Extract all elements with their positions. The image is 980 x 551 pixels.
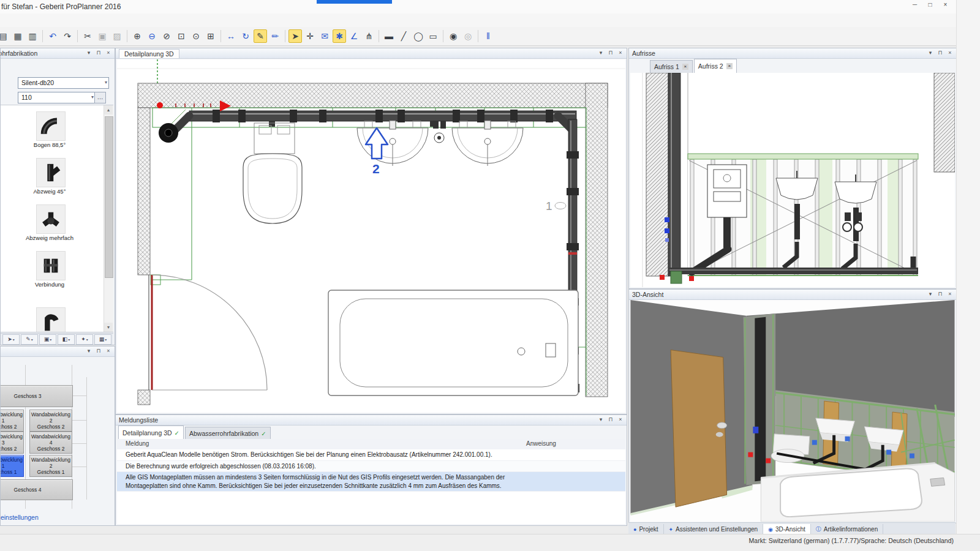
filter-button[interactable]: ➤ ▾ [2, 334, 20, 345]
scrollbar-thumb[interactable] [105, 116, 113, 278]
bottom-tab[interactable]: ⓘ Artikelinformationen [811, 524, 883, 534]
minimize-icon[interactable]: ─ [907, 0, 922, 10]
message-row[interactable]: Geberit AquaClean Modelle benötigen Stro… [117, 449, 625, 461]
toolbar-button-save[interactable]: ▤ [0, 29, 10, 43]
dock-menu-icon[interactable]: ▾ [925, 49, 935, 57]
structure-cell[interactable]: Wandabwicklung 1Geschoss 2 [0, 410, 24, 432]
floor-plan-canvas[interactable]: 2 1 [117, 59, 625, 413]
toolbar-button-print[interactable]: ▦ [11, 29, 24, 43]
message-row[interactable]: Die Berechnung wurde erfolgreich abgesch… [117, 461, 625, 473]
message-row[interactable]: Alle GIS Montageplatten müssen an mindes… [117, 472, 625, 492]
dock-menu-icon[interactable]: ▾ [84, 49, 94, 57]
pin-icon[interactable]: ⊓ [606, 49, 616, 57]
toolbar-button-zoom-out[interactable]: ⊖ [145, 29, 159, 43]
toolbar-button-zoom-all[interactable]: ⊞ [204, 29, 217, 43]
bottom-tab[interactable]: ● Projekt [628, 524, 664, 534]
toolbar-button-cut[interactable]: ✂ [81, 29, 94, 43]
pin-icon[interactable]: ⊓ [94, 347, 104, 355]
pin-icon[interactable]: ⊓ [606, 416, 616, 424]
part-item-partial[interactable] [36, 307, 66, 332]
part-item-verbindung[interactable] [36, 251, 66, 280]
structure-cell[interactable]: Wandabwicklung 1Geschoss 1 [0, 455, 24, 477]
aufriss-tab[interactable]: Aufriss 1 × [650, 60, 693, 73]
maximize-icon[interactable]: □ [922, 0, 938, 10]
toolbar-button-pan[interactable]: ↔ [224, 29, 238, 43]
door[interactable] [149, 275, 267, 390]
close-icon[interactable]: × [726, 63, 733, 69]
toolbar-button-tape-measure[interactable]: ▬ [382, 29, 396, 43]
structure-cell[interactable]: Wandabwicklung 2Geschoss 2 [29, 410, 72, 432]
tab-detailplanung-3d[interactable]: Detailplanung 3D ✓ [118, 425, 184, 440]
toolbar-button-zoom-selection[interactable]: ⊙ [189, 29, 203, 43]
render3d-canvas[interactable] [630, 300, 955, 522]
structure-cell[interactable]: Wandabwicklung 4Geschoss 2 [29, 432, 72, 454]
dock-menu-icon[interactable]: ▾ [84, 347, 94, 355]
toolbar-button-dimension[interactable]: ‖ [481, 29, 495, 43]
toolbar-button-zoom-window[interactable]: ⊡ [175, 29, 188, 43]
parts-scrollbar[interactable]: ▴ ▾ [104, 105, 113, 332]
toolbar-button-ellipse[interactable]: ◯ [412, 29, 425, 43]
filter-button[interactable]: ▦ ▾ [94, 334, 111, 345]
close-icon[interactable]: × [945, 290, 955, 298]
toolbar-button-zoom-previous[interactable]: ⊘ [160, 29, 173, 43]
column-meldung[interactable]: Meldung [126, 440, 149, 447]
menu-item[interactable] [1, 17, 21, 22]
toolbar-button-orbit[interactable]: ↻ [239, 29, 252, 43]
close-icon[interactable]: × [938, 0, 953, 10]
tab-abwasserrohrfabrikation[interactable]: Abwasserrohrfabrikation ✓ [185, 427, 271, 440]
pin-icon[interactable]: ⊓ [935, 49, 945, 57]
toolbar-button-select[interactable]: ➤ [288, 29, 302, 43]
toolbar-button-move[interactable]: ✛ [303, 29, 317, 43]
toolbar-button-pen[interactable]: ✏ [268, 29, 282, 43]
close-icon[interactable]: × [616, 416, 625, 424]
menu-item[interactable] [21, 17, 40, 22]
toolbar-button-options[interactable]: ✱ [333, 29, 346, 43]
elevation-canvas[interactable] [630, 73, 955, 287]
part-item-abzweig-mehrfach[interactable] [36, 204, 66, 234]
column-anweisung[interactable]: Anweisung [526, 440, 556, 447]
close-icon[interactable]: × [104, 347, 113, 355]
structure-cell[interactable]: Wandabwicklung 2Geschoss 1 [29, 455, 72, 477]
scroll-down-icon[interactable]: ▾ [104, 323, 113, 332]
toolbar-button-unlock[interactable]: ◎ [461, 29, 475, 43]
toolbar-button-walkthrough[interactable]: ⋔ [362, 29, 375, 43]
close-icon[interactable]: × [945, 49, 955, 57]
structure-cell-bottom[interactable]: Geschoss 4 [0, 479, 73, 500]
pipe-diameter-select[interactable]: 110 ▾ [18, 92, 96, 103]
toolbar-button-zoom-in[interactable]: ⊕ [130, 29, 144, 43]
aufriss-tab[interactable]: Aufriss 2 × [694, 59, 737, 73]
annotation-1[interactable]: 1 [546, 200, 566, 212]
structure-cell[interactable]: Wandabwicklung 3Geschoss 2 [0, 432, 24, 454]
part-item-bogen-885[interactable] [36, 111, 66, 141]
filter-button[interactable]: ◧ ▾ [58, 334, 75, 345]
close-icon[interactable]: × [616, 49, 625, 57]
dock-menu-icon[interactable]: ▾ [596, 49, 606, 57]
toolbar-button-line[interactable]: ╱ [397, 29, 410, 43]
toolbar-button-redline[interactable]: ✎ [254, 29, 267, 43]
bottom-tab[interactable]: ✦ Assistenten und Einstellungen [664, 524, 764, 534]
pin-icon[interactable]: ⊓ [94, 49, 104, 57]
toilet-fixture[interactable] [243, 123, 302, 223]
toolbar-button-copy[interactable]: ▣ [96, 29, 109, 43]
toolbar-button-redo[interactable]: ↷ [61, 29, 74, 43]
toolbar-button-export-pdf[interactable]: ▥ [26, 29, 39, 43]
close-icon[interactable]: × [104, 49, 113, 57]
part-item-abzweig-45[interactable] [36, 158, 66, 187]
toolbar-button-measure[interactable]: ∠ [347, 29, 361, 43]
filter-button[interactable]: ✦ ▾ [76, 334, 93, 345]
toolbar-button-lock[interactable]: ◉ [447, 29, 460, 43]
toolbar-button-undo[interactable]: ↶ [46, 29, 59, 43]
toolbar-button-paste[interactable]: ▨ [110, 29, 124, 43]
close-icon[interactable]: × [682, 64, 688, 70]
dock-menu-icon[interactable]: ▾ [596, 416, 606, 424]
structure-cell-top[interactable]: Geschoss 3 [0, 385, 73, 407]
dock-menu-icon[interactable]: ▾ [925, 290, 935, 298]
pin-icon[interactable]: ⊓ [935, 290, 945, 298]
bathtub-fixture[interactable] [328, 290, 578, 395]
calculation-settings-link[interactable]: Berechnungseinstellungen [0, 514, 39, 521]
pipe-system-select[interactable]: Silent-db20 ▾ [18, 77, 109, 89]
toolbar-button-rectangle[interactable]: ▭ [426, 29, 440, 43]
filter-button[interactable]: ✎ ▾ [21, 334, 38, 345]
toolbar-button-comment[interactable]: ✉ [318, 29, 331, 43]
filter-button[interactable]: ▣ ▾ [39, 334, 56, 345]
